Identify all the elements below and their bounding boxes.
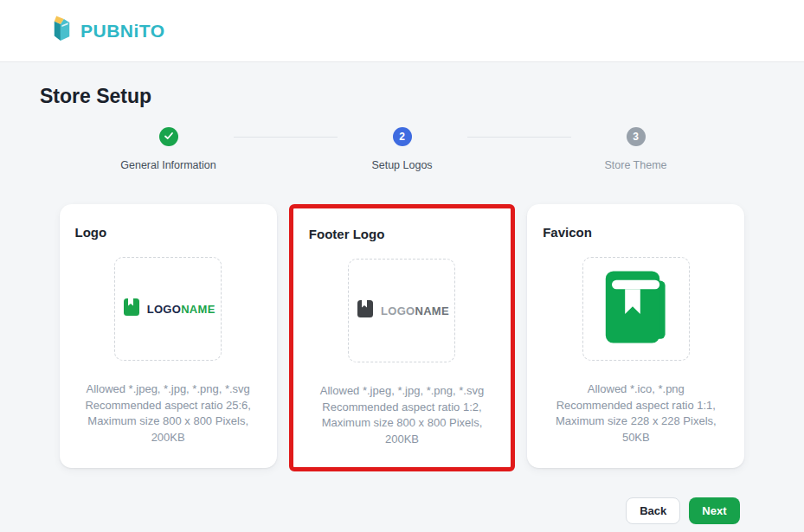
favicon-card-slot: Favicon Allowed *.ico, *.png Recommended… [527,204,744,468]
setup-stepper: General Information 2 Setup Logos 3 Stor… [104,127,701,171]
logo-card-description: Allowed *.jpeg, *.jpg, *.png, *.svg Reco… [75,381,261,445]
page-title: Store Setup [40,85,764,108]
logo-card-title: Logo [75,225,261,240]
book-bookmark-icon [121,297,142,321]
step-store-theme[interactable]: 3 Store Theme [571,127,701,171]
logoname-wordmark: LOGONAME [381,304,449,317]
step-setup-logos[interactable]: 2 Setup Logos [338,127,467,171]
logo-card-slot: Logo LOGONAME Allowed *.jpeg, *.jpg, *. [60,204,277,468]
step-2-number: 2 [399,131,405,143]
step-3-label: Store Theme [604,159,666,171]
wizard-actions: Back Next [60,497,745,524]
step-2-label: Setup Logos [371,159,432,171]
step-3-number: 3 [633,131,639,143]
logo-upload-dropzone[interactable]: LOGONAME [114,257,222,361]
pubnito-book-icon [50,15,74,47]
step-general-information[interactable]: General Information [104,127,234,171]
footer-logo-preview: LOGONAME [355,298,449,323]
app-header: PUBNiTO [0,0,804,62]
step-connector [467,137,571,138]
footer-logo-card-description: Allowed *.jpeg, *.jpg, *.png, *.svg Reco… [309,383,495,447]
main-content: Store Setup General Information 2 Setup … [0,62,804,524]
step-connector [234,137,338,138]
step-1-label: General Information [120,159,215,171]
step-1-circle[interactable] [159,127,178,146]
footer-logo-card-slot-highlight: Footer Logo LOGONAME Allowed *.jpeg, *. [289,204,515,471]
logoname-wordmark: LOGONAME [147,303,215,316]
footer-logo-card: Footer Logo LOGONAME Allowed *.jpeg, *. [293,208,511,467]
brand-logo[interactable]: PUBNiTO [50,15,165,47]
logo-preview: LOGONAME [121,297,215,321]
logo-card: Logo LOGONAME Allowed *.jpeg, *.jpg, *. [60,204,277,468]
logo-cards-row: Logo LOGONAME Allowed *.jpeg, *.jpg, *. [60,204,745,471]
favicon-card: Favicon Allowed *.ico, *.png Recommended… [527,204,744,468]
step-3-circle[interactable]: 3 [627,127,646,146]
favicon-card-title: Favicon [543,225,729,240]
step-2-circle[interactable]: 2 [393,127,412,146]
favicon-card-description: Allowed *.ico, *.png Recommended aspect … [543,381,729,445]
check-icon [164,131,174,144]
book-bookmark-large-icon [595,265,678,353]
book-bookmark-icon [355,298,376,323]
footer-logo-card-title: Footer Logo [309,227,495,241]
brand-name: PUBNiTO [80,21,165,42]
next-button[interactable]: Next [689,497,739,524]
back-button[interactable]: Back [626,497,680,524]
footer-logo-upload-dropzone[interactable]: LOGONAME [348,259,455,362]
favicon-upload-dropzone[interactable] [582,257,690,361]
